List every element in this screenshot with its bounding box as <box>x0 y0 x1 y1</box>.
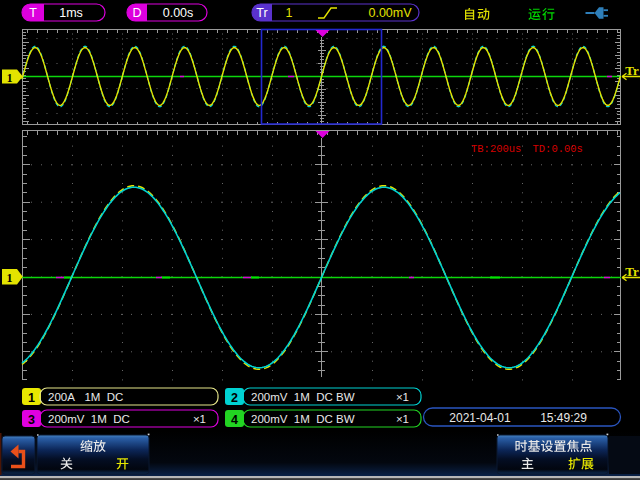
svg-text:200mV 1M DC: 200mV 1M DC <box>48 413 130 425</box>
svg-text:3: 3 <box>28 413 35 427</box>
svg-text:Tr: Tr <box>625 63 639 78</box>
svg-text:1: 1 <box>7 72 13 84</box>
svg-text:1: 1 <box>28 391 35 405</box>
svg-text:Tr: Tr <box>256 6 267 20</box>
svg-text:D: D <box>132 6 141 20</box>
svg-text:1: 1 <box>286 6 293 20</box>
svg-text:×1: ×1 <box>193 413 206 425</box>
svg-text:1: 1 <box>7 271 13 285</box>
svg-text:×1: ×1 <box>396 391 409 403</box>
svg-text:T: T <box>29 6 37 20</box>
svg-text:15:49:29: 15:49:29 <box>540 411 587 425</box>
svg-text:4: 4 <box>231 413 238 427</box>
svg-text:200mV 1M DC BW: 200mV 1M DC BW <box>251 391 355 403</box>
svg-text:0.00mV: 0.00mV <box>368 6 412 20</box>
svg-text:2021-04-01: 2021-04-01 <box>449 411 511 425</box>
svg-text:0.00s: 0.00s <box>163 6 194 20</box>
svg-text:200A 1M DC: 200A 1M DC <box>48 391 123 403</box>
svg-text:2: 2 <box>231 391 238 405</box>
svg-text:1ms: 1ms <box>59 6 83 20</box>
svg-text:Tr: Tr <box>625 264 639 279</box>
svg-text:×1: ×1 <box>396 413 409 425</box>
svg-text:200mV 1M DC BW: 200mV 1M DC BW <box>251 413 355 425</box>
